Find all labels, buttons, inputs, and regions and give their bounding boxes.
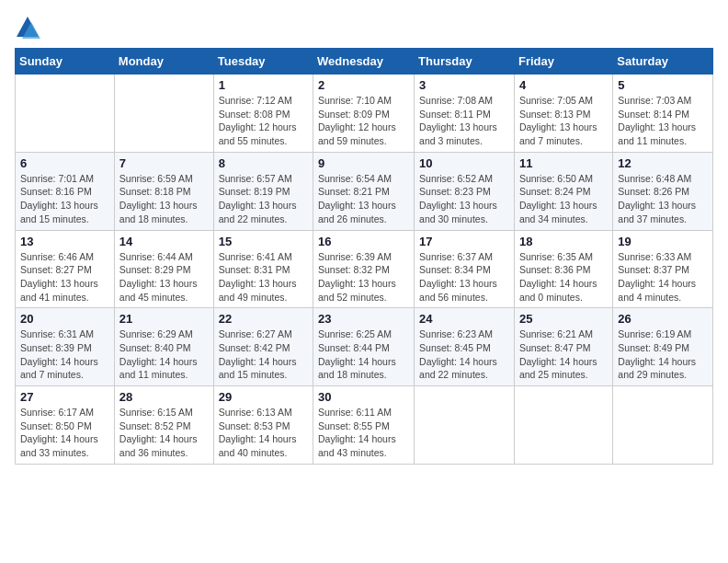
day-info: Sunrise: 7:05 AM Sunset: 8:13 PM Dayligh… [519, 94, 608, 148]
day-number: 15 [219, 235, 308, 248]
day-info: Sunrise: 6:21 AM Sunset: 8:47 PM Dayligh… [519, 327, 608, 382]
day-number: 8 [219, 156, 308, 170]
header-tuesday: Tuesday [213, 49, 313, 75]
day-number: 4 [519, 78, 608, 92]
day-number: 24 [419, 312, 509, 326]
calendar-cell: 12Sunrise: 6:48 AM Sunset: 8:26 PM Dayli… [613, 152, 713, 230]
day-info: Sunrise: 6:54 AM Sunset: 8:21 PM Dayligh… [318, 172, 409, 226]
day-number: 7 [119, 156, 209, 170]
day-number: 9 [318, 156, 409, 170]
day-number: 29 [219, 390, 308, 404]
calendar-cell: 13Sunrise: 6:46 AM Sunset: 8:27 PM Dayli… [16, 230, 115, 308]
calendar-week-row: 6Sunrise: 7:01 AM Sunset: 8:16 PM Daylig… [16, 152, 713, 230]
calendar-cell: 30Sunrise: 6:11 AM Sunset: 8:55 PM Dayli… [313, 386, 415, 465]
day-info: Sunrise: 6:50 AM Sunset: 8:24 PM Dayligh… [519, 172, 608, 226]
page-header [15, 15, 713, 40]
day-number: 5 [618, 78, 708, 92]
day-info: Sunrise: 6:57 AM Sunset: 8:19 PM Dayligh… [219, 172, 308, 226]
day-info: Sunrise: 6:15 AM Sunset: 8:52 PM Dayligh… [119, 406, 209, 460]
calendar-cell: 17Sunrise: 6:37 AM Sunset: 8:34 PM Dayli… [415, 230, 515, 308]
day-number: 11 [519, 156, 608, 170]
header-monday: Monday [114, 49, 213, 75]
calendar-week-row: 27Sunrise: 6:17 AM Sunset: 8:50 PM Dayli… [16, 386, 713, 465]
header-sunday: Sunday [16, 49, 115, 75]
calendar-table: SundayMondayTuesdayWednesdayThursdayFrid… [15, 48, 713, 465]
logo-icon [15, 15, 40, 40]
day-info: Sunrise: 6:27 AM Sunset: 8:42 PM Dayligh… [219, 327, 308, 382]
day-info: Sunrise: 6:31 AM Sunset: 8:39 PM Dayligh… [20, 327, 109, 382]
calendar-cell: 4Sunrise: 7:05 AM Sunset: 8:13 PM Daylig… [514, 75, 612, 153]
day-number: 13 [20, 235, 109, 248]
day-number: 3 [419, 78, 509, 92]
calendar-week-row: 13Sunrise: 6:46 AM Sunset: 8:27 PM Dayli… [16, 230, 713, 308]
day-number: 12 [618, 156, 708, 170]
calendar-cell: 29Sunrise: 6:13 AM Sunset: 8:53 PM Dayli… [213, 386, 313, 465]
calendar-cell: 25Sunrise: 6:21 AM Sunset: 8:47 PM Dayli… [514, 308, 612, 386]
day-info: Sunrise: 6:39 AM Sunset: 8:32 PM Dayligh… [318, 250, 409, 304]
calendar-cell: 20Sunrise: 6:31 AM Sunset: 8:39 PM Dayli… [16, 308, 115, 386]
day-number: 22 [219, 312, 308, 326]
calendar-cell: 3Sunrise: 7:08 AM Sunset: 8:11 PM Daylig… [415, 75, 515, 153]
day-info: Sunrise: 6:33 AM Sunset: 8:37 PM Dayligh… [618, 250, 708, 304]
day-info: Sunrise: 7:10 AM Sunset: 8:09 PM Dayligh… [318, 94, 409, 148]
day-info: Sunrise: 6:48 AM Sunset: 8:26 PM Dayligh… [618, 172, 708, 226]
day-number: 25 [519, 312, 608, 326]
day-info: Sunrise: 6:37 AM Sunset: 8:34 PM Dayligh… [419, 250, 509, 304]
day-info: Sunrise: 6:19 AM Sunset: 8:49 PM Dayligh… [618, 327, 708, 382]
calendar-cell: 27Sunrise: 6:17 AM Sunset: 8:50 PM Dayli… [16, 386, 115, 465]
calendar-week-row: 20Sunrise: 6:31 AM Sunset: 8:39 PM Dayli… [16, 308, 713, 386]
calendar-cell: 18Sunrise: 6:35 AM Sunset: 8:36 PM Dayli… [514, 230, 612, 308]
day-info: Sunrise: 6:35 AM Sunset: 8:36 PM Dayligh… [519, 250, 608, 304]
day-number: 30 [318, 390, 409, 404]
day-info: Sunrise: 7:08 AM Sunset: 8:11 PM Dayligh… [419, 94, 509, 148]
logo [15, 15, 44, 40]
header-wednesday: Wednesday [313, 49, 415, 75]
day-info: Sunrise: 6:17 AM Sunset: 8:50 PM Dayligh… [20, 406, 109, 460]
day-info: Sunrise: 6:25 AM Sunset: 8:44 PM Dayligh… [318, 327, 409, 382]
day-info: Sunrise: 6:59 AM Sunset: 8:18 PM Dayligh… [119, 172, 209, 226]
day-number: 10 [419, 156, 509, 170]
calendar-week-row: 1Sunrise: 7:12 AM Sunset: 8:08 PM Daylig… [16, 75, 713, 153]
day-info: Sunrise: 6:11 AM Sunset: 8:55 PM Dayligh… [318, 406, 409, 460]
calendar-cell [613, 386, 713, 465]
calendar-cell [114, 75, 213, 153]
day-number: 18 [519, 235, 608, 248]
day-info: Sunrise: 6:13 AM Sunset: 8:53 PM Dayligh… [219, 406, 308, 460]
calendar-cell [415, 386, 515, 465]
day-info: Sunrise: 7:03 AM Sunset: 8:14 PM Dayligh… [618, 94, 708, 148]
day-number: 1 [219, 78, 308, 92]
day-number: 23 [318, 312, 409, 326]
day-number: 14 [119, 235, 209, 248]
calendar-header-row: SundayMondayTuesdayWednesdayThursdayFrid… [16, 49, 713, 75]
day-number: 16 [318, 235, 409, 248]
calendar-cell: 8Sunrise: 6:57 AM Sunset: 8:19 PM Daylig… [213, 152, 313, 230]
day-number: 20 [20, 312, 109, 326]
day-info: Sunrise: 6:46 AM Sunset: 8:27 PM Dayligh… [20, 250, 109, 304]
calendar-cell: 14Sunrise: 6:44 AM Sunset: 8:29 PM Dayli… [114, 230, 213, 308]
day-number: 2 [318, 78, 409, 92]
calendar-cell: 19Sunrise: 6:33 AM Sunset: 8:37 PM Dayli… [613, 230, 713, 308]
day-info: Sunrise: 7:12 AM Sunset: 8:08 PM Dayligh… [219, 94, 308, 148]
day-info: Sunrise: 6:52 AM Sunset: 8:23 PM Dayligh… [419, 172, 509, 226]
calendar-cell: 23Sunrise: 6:25 AM Sunset: 8:44 PM Dayli… [313, 308, 415, 386]
calendar-cell: 1Sunrise: 7:12 AM Sunset: 8:08 PM Daylig… [213, 75, 313, 153]
calendar-cell [514, 386, 612, 465]
header-thursday: Thursday [415, 49, 515, 75]
day-info: Sunrise: 7:01 AM Sunset: 8:16 PM Dayligh… [20, 172, 109, 226]
calendar-cell: 22Sunrise: 6:27 AM Sunset: 8:42 PM Dayli… [213, 308, 313, 386]
calendar-cell: 6Sunrise: 7:01 AM Sunset: 8:16 PM Daylig… [16, 152, 115, 230]
day-info: Sunrise: 6:44 AM Sunset: 8:29 PM Dayligh… [119, 250, 209, 304]
calendar-cell: 24Sunrise: 6:23 AM Sunset: 8:45 PM Dayli… [415, 308, 515, 386]
calendar-cell: 2Sunrise: 7:10 AM Sunset: 8:09 PM Daylig… [313, 75, 415, 153]
header-friday: Friday [514, 49, 612, 75]
day-number: 26 [618, 312, 708, 326]
calendar-cell: 26Sunrise: 6:19 AM Sunset: 8:49 PM Dayli… [613, 308, 713, 386]
calendar-cell: 9Sunrise: 6:54 AM Sunset: 8:21 PM Daylig… [313, 152, 415, 230]
day-number: 17 [419, 235, 509, 248]
day-info: Sunrise: 6:41 AM Sunset: 8:31 PM Dayligh… [219, 250, 308, 304]
calendar-cell: 15Sunrise: 6:41 AM Sunset: 8:31 PM Dayli… [213, 230, 313, 308]
day-number: 21 [119, 312, 209, 326]
calendar-cell: 28Sunrise: 6:15 AM Sunset: 8:52 PM Dayli… [114, 386, 213, 465]
header-saturday: Saturday [613, 49, 713, 75]
day-number: 6 [20, 156, 109, 170]
